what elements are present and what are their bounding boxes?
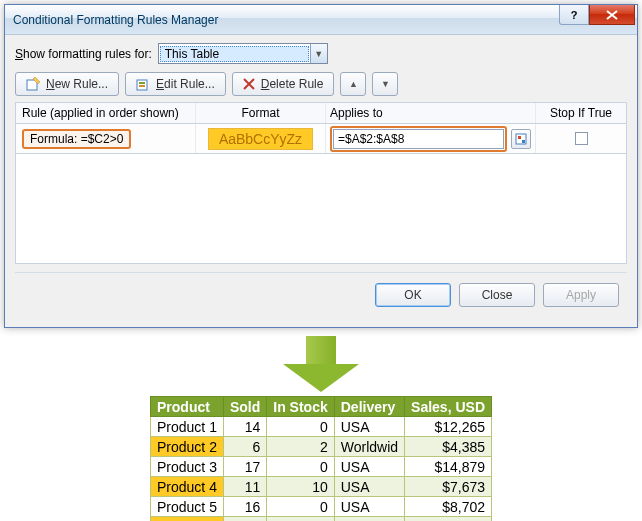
table-cell: Product 5 (151, 497, 224, 517)
table-cell: USA (334, 477, 404, 497)
table-row: Product 5160USA$8,702 (151, 497, 492, 517)
svg-rect-5 (518, 136, 521, 139)
scope-label: Show formatting rules for: (15, 47, 152, 61)
table-cell: Product 3 (151, 457, 224, 477)
table-cell: Worldwid (334, 517, 404, 522)
table-row: Product 262Worldwid$4,385 (151, 437, 492, 457)
table-cell: USA (334, 457, 404, 477)
format-preview: AaBbCcYyZz (208, 128, 313, 150)
table-cell: 0 (267, 417, 334, 437)
table-cell: $8,702 (405, 497, 492, 517)
table-cell: 17 (223, 457, 266, 477)
table-cell: USA (334, 417, 404, 437)
table-cell: 6 (223, 437, 266, 457)
table-cell: Product 2 (151, 437, 224, 457)
window-close-button[interactable] (589, 5, 635, 25)
table-cell: $7,673 (405, 477, 492, 497)
range-picker-button[interactable] (511, 129, 531, 149)
chevron-down-icon[interactable]: ▼ (310, 44, 327, 63)
delete-rule-button[interactable]: Delete Rule (232, 72, 335, 96)
col-header-format: Format (196, 103, 326, 123)
table-cell: 0 (267, 497, 334, 517)
col-header-applies: Applies to (326, 103, 536, 123)
titlebar[interactable]: Conditional Formatting Rules Manager ? (5, 5, 637, 35)
dialog-title: Conditional Formatting Rules Manager (13, 13, 218, 27)
svg-rect-6 (522, 140, 525, 143)
table-cell: 2 (267, 437, 334, 457)
table-row: Product 1140USA$12,265 (151, 417, 492, 437)
table-cell: Product 1 (151, 417, 224, 437)
table-cell: $2,041 (405, 517, 492, 522)
apply-button[interactable]: Apply (543, 283, 619, 307)
range-picker-icon (515, 133, 527, 145)
table-row: Product 41110USA$7,673 (151, 477, 492, 497)
applies-to-input[interactable]: =$A$2:$A$8 (333, 129, 504, 149)
scope-combo[interactable]: This Table ▼ (158, 43, 328, 64)
table-cell: USA (334, 497, 404, 517)
rules-empty-area (15, 154, 627, 264)
table-cell: 16 (223, 497, 266, 517)
table-cell: Worldwid (334, 437, 404, 457)
table-cell: $4,385 (405, 437, 492, 457)
new-rule-icon (26, 77, 40, 91)
move-down-button[interactable]: ▼ (372, 72, 398, 96)
stop-if-true-checkbox[interactable] (575, 132, 588, 145)
table-cell: Product 4 (151, 477, 224, 497)
close-button[interactable]: Close (459, 283, 535, 307)
table-cell: Product 6 (151, 517, 224, 522)
table-cell: 7 (223, 517, 266, 522)
table-cell: $12,265 (405, 417, 492, 437)
help-button[interactable]: ? (559, 5, 589, 25)
table-header: Delivery (334, 397, 404, 417)
table-cell: 0 (267, 457, 334, 477)
scope-value: This Table (160, 46, 309, 62)
table-cell: 11 (223, 477, 266, 497)
edit-rule-button[interactable]: Edit Rule... (125, 72, 226, 96)
table-header: Sales, USD (405, 397, 492, 417)
table-cell: 14 (223, 417, 266, 437)
rule-row[interactable]: Formula: =$C2>0 AaBbCcYyZz =$A$2:$A$8 (15, 124, 627, 154)
arrow-graphic (0, 336, 642, 392)
table-row: Product 3170USA$14,879 (151, 457, 492, 477)
edit-rule-icon (136, 77, 150, 91)
table-row: Product 6719Worldwid$2,041 (151, 517, 492, 522)
svg-rect-2 (139, 82, 145, 84)
table-cell: 19 (267, 517, 334, 522)
new-rule-button[interactable]: New Rule... (15, 72, 119, 96)
svg-rect-3 (139, 85, 145, 87)
conditional-formatting-dialog: Conditional Formatting Rules Manager ? S… (4, 4, 638, 328)
table-cell: 10 (267, 477, 334, 497)
table-header: Sold (223, 397, 266, 417)
rule-formula: Formula: =$C2>0 (22, 129, 131, 149)
table-header: In Stock (267, 397, 334, 417)
delete-icon (243, 78, 255, 90)
ok-button[interactable]: OK (375, 283, 451, 307)
move-up-button[interactable]: ▲ (340, 72, 366, 96)
table-header: Product (151, 397, 224, 417)
rules-grid-header: Rule (applied in order shown) Format App… (15, 102, 627, 124)
col-header-stop: Stop If True (536, 106, 626, 120)
col-header-rule: Rule (applied in order shown) (16, 103, 196, 123)
table-cell: $14,879 (405, 457, 492, 477)
result-table: ProductSoldIn StockDeliverySales, USD Pr… (150, 396, 492, 521)
